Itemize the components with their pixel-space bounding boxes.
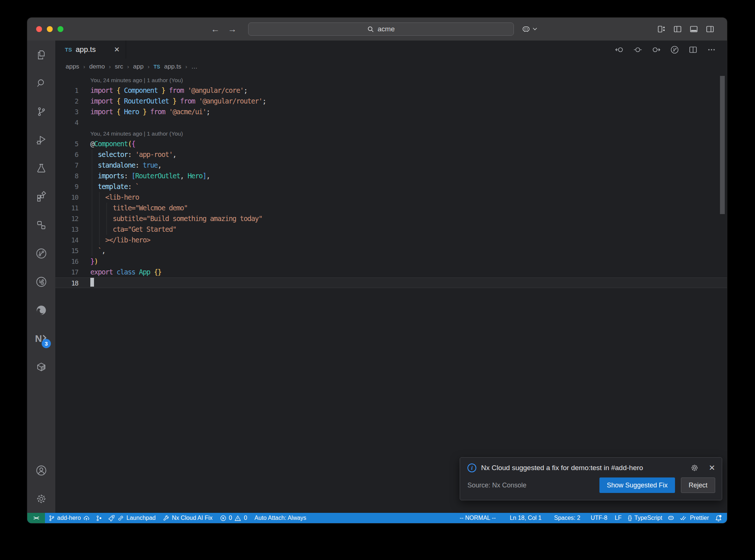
auto-attach-status[interactable]: Auto Attach: Always — [251, 513, 310, 523]
show-suggested-fix-button[interactable]: Show Suggested Fix — [599, 477, 675, 493]
line-number[interactable]: 2 — [55, 96, 90, 106]
language-mode-status[interactable]: {} TypeScript — [625, 513, 665, 523]
line-number[interactable]: 13 — [55, 224, 90, 235]
code-line[interactable]: 10 <lib-hero — [55, 192, 727, 203]
line-number[interactable]: 9 — [55, 181, 90, 192]
more-actions-icon[interactable] — [707, 46, 716, 54]
code-editor[interactable]: You, 24 minutes ago | 1 author (You)1imp… — [55, 74, 727, 513]
reject-button[interactable]: Reject — [681, 477, 715, 493]
code-line[interactable]: 5@Component({ — [55, 139, 727, 149]
cursor-position-status[interactable]: Ln 18, Col 1 — [506, 513, 545, 523]
sidebar-item-nx-graph-focus[interactable] — [27, 267, 55, 296]
toggle-panel-icon[interactable] — [689, 25, 698, 34]
notification-settings-gear-icon[interactable] — [690, 464, 699, 472]
code-line[interactable]: 12 subtitle="Build something amazing tod… — [55, 213, 727, 224]
settings-button[interactable] — [27, 484, 55, 513]
breadcrumb-file[interactable]: app.ts — [164, 63, 181, 70]
line-number[interactable]: 1 — [55, 85, 90, 96]
line-number[interactable]: 15 — [55, 245, 90, 256]
customize-layout-icon[interactable] — [657, 25, 666, 34]
line-number[interactable]: 18 — [55, 278, 90, 288]
toggle-primary-sidebar-icon[interactable] — [673, 25, 682, 34]
code-line[interactable]: 14 ></lib-hero> — [55, 235, 727, 245]
line-number[interactable]: 14 — [55, 235, 90, 245]
close-tab-icon[interactable]: ✕ — [114, 45, 120, 54]
code-line[interactable]: 8 imports: [RouterOutlet, Hero], — [55, 171, 727, 181]
vim-mode-status[interactable]: -- NORMAL -- — [456, 513, 500, 523]
line-number[interactable]: 4 — [55, 117, 90, 128]
line-number[interactable]: 3 — [55, 106, 90, 117]
sidebar-item-extensions[interactable] — [27, 182, 55, 211]
line-number[interactable]: 12 — [55, 213, 90, 224]
encoding-status[interactable]: UTF-8 — [587, 513, 611, 523]
line-number[interactable]: 7 — [55, 160, 90, 171]
nx-cloud-fix-button[interactable]: Nx Cloud AI Fix — [159, 513, 216, 523]
sidebar-item-references[interactable] — [27, 211, 55, 239]
sidebar-item-nx-graph[interactable] — [27, 239, 55, 267]
split-editor-icon[interactable] — [689, 46, 697, 54]
line-number[interactable]: 8 — [55, 171, 90, 181]
toggle-secondary-sidebar-icon[interactable] — [706, 25, 714, 34]
breadcrumb-overflow[interactable]: … — [191, 63, 198, 70]
code-line[interactable]: 2import { RouterOutlet } from '@angular/… — [55, 96, 727, 106]
line-number[interactable]: 16 — [55, 256, 90, 267]
launchpad-button[interactable]: Launchpad — [105, 513, 159, 523]
code-line[interactable]: 13 cta="Get Started" — [55, 224, 727, 235]
eol-status[interactable]: LF — [611, 513, 625, 523]
gitlens-button[interactable] — [93, 513, 105, 523]
navigate-back-icon[interactable]: ← — [211, 24, 220, 34]
tab-app-ts[interactable]: TS app.ts ✕ — [55, 41, 126, 59]
sidebar-item-source-control[interactable] — [27, 97, 55, 126]
prettier-status[interactable]: Prettier — [677, 513, 711, 523]
accounts-button[interactable] — [27, 456, 55, 484]
git-branch-status[interactable]: add-hero — [45, 513, 93, 523]
code-line[interactable]: 4 — [55, 117, 727, 128]
close-window-button[interactable] — [36, 26, 42, 32]
sidebar-item-search[interactable] — [27, 69, 55, 97]
next-change-icon[interactable] — [652, 46, 661, 54]
breadcrumb-item[interactable]: app — [133, 63, 143, 70]
sidebar-item-containers[interactable] — [27, 353, 55, 381]
remote-indicator[interactable]: >< — [27, 513, 45, 523]
code-line[interactable]: 6 selector: 'app-root', — [55, 149, 727, 160]
code-line[interactable]: 15 `, — [55, 245, 727, 256]
line-number[interactable]: 6 — [55, 149, 90, 160]
breadcrumb-item[interactable]: apps — [66, 63, 79, 70]
editor-scrollbar[interactable] — [720, 76, 725, 214]
indentation-status[interactable]: Spaces: 2 — [550, 513, 584, 523]
line-number[interactable]: 11 — [55, 203, 90, 213]
code-line[interactable]: 16}) — [55, 256, 727, 267]
copilot-menu[interactable] — [521, 18, 537, 41]
sidebar-item-edge-browser[interactable] — [27, 296, 55, 324]
minimize-window-button[interactable] — [47, 26, 53, 32]
timeline-graph-icon[interactable] — [670, 45, 679, 54]
code-line[interactable]: 9 template: ` — [55, 181, 727, 192]
code-line[interactable]: 7 standalone: true, — [55, 160, 727, 171]
line-number[interactable]: 17 — [55, 267, 90, 277]
sidebar-item-nx-console[interactable]: N 3 — [27, 324, 55, 353]
navigate-forward-icon[interactable]: → — [228, 24, 237, 34]
notifications-bell[interactable] — [711, 513, 727, 523]
code-line[interactable]: 1import { Component } from '@angular/cor… — [55, 85, 727, 96]
breadcrumb-item[interactable]: src — [115, 63, 123, 70]
code-line[interactable]: 3import { Hero } from '@acme/ui'; — [55, 106, 727, 117]
previous-change-icon[interactable] — [615, 46, 624, 54]
close-notification-icon[interactable]: ✕ — [709, 463, 715, 472]
sidebar-item-explorer[interactable] — [27, 41, 55, 69]
problems-status[interactable]: 0 0 — [216, 513, 251, 523]
git-blame-annotation[interactable]: You, 24 minutes ago | 1 author (You) — [55, 74, 727, 85]
command-center-search[interactable]: acme — [248, 22, 514, 36]
line-number[interactable]: 10 — [55, 192, 90, 203]
code-text: import { Component } from '@angular/core… — [90, 85, 247, 96]
code-line[interactable]: 11 title="Welcmoe demo" — [55, 203, 727, 213]
sidebar-item-run-debug[interactable] — [27, 126, 55, 154]
breadcrumb-item[interactable]: demo — [89, 63, 105, 70]
code-line[interactable]: 18 — [55, 277, 727, 288]
current-change-icon[interactable] — [633, 46, 642, 54]
copilot-status[interactable] — [665, 513, 677, 523]
git-blame-annotation[interactable]: You, 24 minutes ago | 1 author (You) — [55, 128, 727, 139]
sidebar-item-testing[interactable] — [27, 154, 55, 182]
zoom-window-button[interactable] — [58, 26, 63, 32]
line-number[interactable]: 5 — [55, 139, 90, 149]
code-line[interactable]: 17export class App {} — [55, 267, 727, 277]
